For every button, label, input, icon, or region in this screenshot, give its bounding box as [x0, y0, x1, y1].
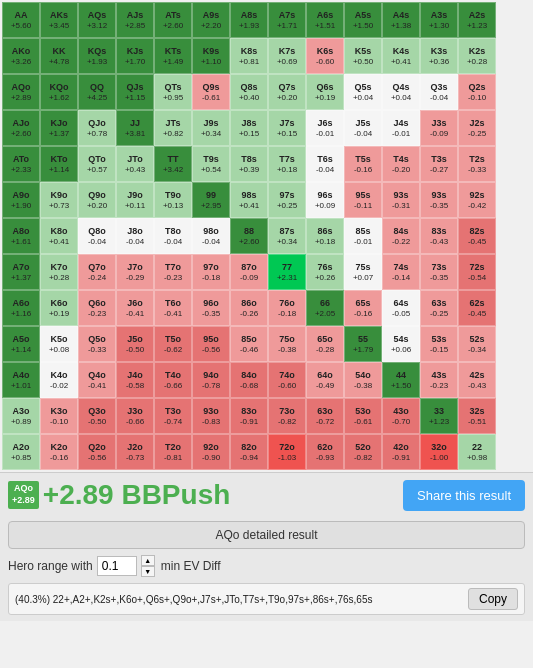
grid-cell[interactable]: A9o+1.90 [2, 182, 40, 218]
grid-cell[interactable]: J5s-0.04 [344, 110, 382, 146]
grid-cell[interactable]: KQo+1.62 [40, 74, 78, 110]
grid-cell[interactable]: 86o-0.26 [230, 290, 268, 326]
grid-cell[interactable]: Q8s+0.40 [230, 74, 268, 110]
grid-cell[interactable]: 54o-0.38 [344, 362, 382, 398]
grid-cell[interactable]: Q7o-0.24 [78, 254, 116, 290]
grid-cell[interactable]: J9o+0.11 [116, 182, 154, 218]
grid-cell[interactable]: K2o-0.16 [40, 434, 78, 470]
grid-cell[interactable]: AQs+3.12 [78, 2, 116, 38]
grid-cell[interactable]: 42s-0.43 [458, 362, 496, 398]
grid-cell[interactable]: T5o-0.62 [154, 326, 192, 362]
grid-cell[interactable]: K7o+0.28 [40, 254, 78, 290]
grid-cell[interactable]: T2s-0.33 [458, 146, 496, 182]
grid-cell[interactable]: AKo+3.26 [2, 38, 40, 74]
grid-cell[interactable]: A6s+1.51 [306, 2, 344, 38]
grid-cell[interactable]: QTs+0.95 [154, 74, 192, 110]
grid-cell[interactable]: T7o-0.23 [154, 254, 192, 290]
grid-cell[interactable]: Q5s+0.04 [344, 74, 382, 110]
grid-cell[interactable]: KJo+1.37 [40, 110, 78, 146]
grid-cell[interactable]: TT+3.42 [154, 146, 192, 182]
grid-cell[interactable]: Q6o-0.23 [78, 290, 116, 326]
grid-cell[interactable]: K9s+1.10 [192, 38, 230, 74]
grid-cell[interactable]: J6s-0.01 [306, 110, 344, 146]
grid-cell[interactable]: J3o-0.66 [116, 398, 154, 434]
grid-cell[interactable]: 63s-0.25 [420, 290, 458, 326]
grid-cell[interactable]: Q9o+0.20 [78, 182, 116, 218]
grid-cell[interactable]: 82s-0.45 [458, 218, 496, 254]
grid-cell[interactable]: AA+5.60 [2, 2, 40, 38]
grid-cell[interactable]: Q9s-0.61 [192, 74, 230, 110]
grid-cell[interactable]: 22+0.98 [458, 434, 496, 470]
grid-cell[interactable]: JTo+0.43 [116, 146, 154, 182]
grid-cell[interactable]: K2s+0.28 [458, 38, 496, 74]
grid-cell[interactable]: 94o-0.78 [192, 362, 230, 398]
grid-cell[interactable]: AQo+2.89 [2, 74, 40, 110]
grid-cell[interactable]: Q3s-0.04 [420, 74, 458, 110]
grid-cell[interactable]: T4s-0.20 [382, 146, 420, 182]
grid-cell[interactable]: K3o-0.10 [40, 398, 78, 434]
grid-cell[interactable]: 95s-0.11 [344, 182, 382, 218]
grid-cell[interactable]: 33+1.23 [420, 398, 458, 434]
ev-input[interactable] [97, 556, 137, 576]
grid-cell[interactable]: K5s+0.50 [344, 38, 382, 74]
copy-button[interactable]: Copy [468, 588, 518, 610]
grid-cell[interactable]: J2s-0.25 [458, 110, 496, 146]
grid-cell[interactable]: 43o-0.70 [382, 398, 420, 434]
grid-cell[interactable]: A4o+1.01 [2, 362, 40, 398]
grid-cell[interactable]: A5s+1.50 [344, 2, 382, 38]
grid-cell[interactable]: 85o-0.46 [230, 326, 268, 362]
grid-cell[interactable]: KK+4.78 [40, 38, 78, 74]
grid-cell[interactable]: A8o+1.61 [2, 218, 40, 254]
grid-cell[interactable]: 98s+0.41 [230, 182, 268, 218]
grid-cell[interactable]: A8s+1.93 [230, 2, 268, 38]
grid-cell[interactable]: KTo+1.14 [40, 146, 78, 182]
grid-cell[interactable]: 83s-0.43 [420, 218, 458, 254]
grid-cell[interactable]: T2o-0.81 [154, 434, 192, 470]
grid-cell[interactable]: 76o-0.18 [268, 290, 306, 326]
grid-cell[interactable]: 64o-0.49 [306, 362, 344, 398]
grid-cell[interactable]: 95o-0.56 [192, 326, 230, 362]
grid-cell[interactable]: A7o+1.37 [2, 254, 40, 290]
grid-cell[interactable]: KJs+1.70 [116, 38, 154, 74]
grid-cell[interactable]: 98o-0.04 [192, 218, 230, 254]
grid-cell[interactable]: AJo+2.60 [2, 110, 40, 146]
grid-cell[interactable]: 63o-0.72 [306, 398, 344, 434]
grid-cell[interactable]: 32s-0.51 [458, 398, 496, 434]
grid-cell[interactable]: J4o-0.58 [116, 362, 154, 398]
grid-cell[interactable]: T8s+0.39 [230, 146, 268, 182]
grid-cell[interactable]: 93s-0.35 [420, 182, 458, 218]
grid-cell[interactable]: A4s+1.38 [382, 2, 420, 38]
grid-cell[interactable]: 55+1.79 [344, 326, 382, 362]
grid-cell[interactable]: A3o+0.89 [2, 398, 40, 434]
grid-cell[interactable]: 62o-0.93 [306, 434, 344, 470]
grid-cell[interactable]: 52s-0.34 [458, 326, 496, 362]
grid-cell[interactable]: J9s+0.34 [192, 110, 230, 146]
grid-cell[interactable]: 97s+0.25 [268, 182, 306, 218]
grid-cell[interactable]: 54s+0.06 [382, 326, 420, 362]
grid-cell[interactable]: 76s+0.26 [306, 254, 344, 290]
grid-cell[interactable]: J8o-0.04 [116, 218, 154, 254]
grid-cell[interactable]: A2o+0.85 [2, 434, 40, 470]
grid-cell[interactable]: Q4o-0.41 [78, 362, 116, 398]
grid-cell[interactable]: J6o-0.41 [116, 290, 154, 326]
grid-cell[interactable]: T6s-0.04 [306, 146, 344, 182]
grid-cell[interactable]: K9o+0.73 [40, 182, 78, 218]
grid-cell[interactable]: 93s-0.31 [382, 182, 420, 218]
grid-cell[interactable]: K3s+0.36 [420, 38, 458, 74]
grid-cell[interactable]: T9o+0.13 [154, 182, 192, 218]
grid-cell[interactable]: 75o-0.38 [268, 326, 306, 362]
grid-cell[interactable]: 74o-0.60 [268, 362, 306, 398]
grid-cell[interactable]: 96s+0.09 [306, 182, 344, 218]
grid-cell[interactable]: ATs+2.60 [154, 2, 192, 38]
grid-cell[interactable]: JJ+3.81 [116, 110, 154, 146]
grid-cell[interactable]: 99+2.95 [192, 182, 230, 218]
grid-cell[interactable]: 77+2.31 [268, 254, 306, 290]
grid-cell[interactable]: K4s+0.41 [382, 38, 420, 74]
grid-cell[interactable]: T6o-0.41 [154, 290, 192, 326]
grid-cell[interactable]: Q8o-0.04 [78, 218, 116, 254]
grid-cell[interactable]: K8o+0.41 [40, 218, 78, 254]
grid-cell[interactable]: A2s+1.23 [458, 2, 496, 38]
grid-cell[interactable]: 73s-0.35 [420, 254, 458, 290]
grid-cell[interactable]: 96o-0.35 [192, 290, 230, 326]
grid-cell[interactable]: T3s-0.27 [420, 146, 458, 182]
